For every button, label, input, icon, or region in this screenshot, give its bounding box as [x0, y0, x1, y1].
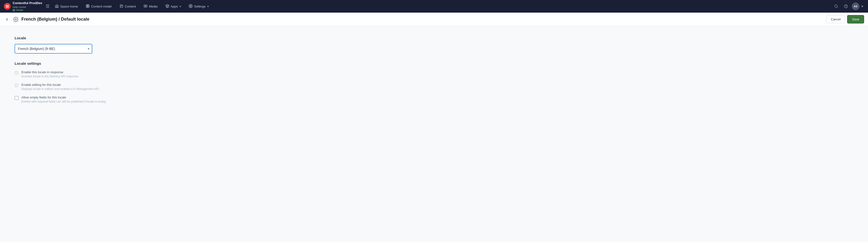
- svg-rect-5: [86, 5, 87, 6]
- setting-item-enable-editing: Enable editing for this locale Displays …: [14, 83, 155, 91]
- page-header: French (Belgium) / Default locale Cancel…: [0, 12, 868, 26]
- content-model-icon: [86, 4, 90, 9]
- setting-item-enable-response: Enable this locale in response Includes …: [14, 70, 155, 78]
- allow-empty-checkbox-wrap: [14, 96, 19, 101]
- locale-select[interactable]: French (Belgium) (fr-BE) English (US) (e…: [14, 44, 92, 54]
- enable-response-text: Enable this locale in response Includes …: [21, 70, 79, 78]
- locale-section-label: Locale: [14, 36, 155, 40]
- svg-point-1: [7, 5, 9, 6]
- enable-response-checkbox-wrap: [14, 71, 19, 76]
- svg-rect-8: [88, 6, 89, 7]
- save-button[interactable]: Save: [847, 15, 864, 24]
- enable-response-title: Enable this locale in response: [21, 70, 79, 74]
- svg-marker-11: [145, 6, 146, 6]
- apps-dropdown-arrow: ▾: [180, 5, 181, 8]
- user-dropdown-arrow[interactable]: ▾: [862, 4, 863, 8]
- enable-editing-text: Enable editing for this locale Displays …: [21, 83, 100, 91]
- locale-settings-section: Locale settings Enable this locale in re…: [14, 61, 155, 103]
- settings-dropdown-arrow: ▾: [208, 5, 209, 8]
- locale-section: Locale French (Belgium) (fr-BE) English …: [14, 36, 155, 54]
- svg-rect-6: [88, 5, 89, 6]
- page-title: French (Belgium) / Default locale: [21, 17, 823, 22]
- apps-icon: [165, 4, 169, 9]
- header-actions: Cancel Save: [826, 15, 864, 24]
- svg-point-3: [7, 6, 9, 8]
- allow-empty-text: Allow empty fields for this locale Entri…: [21, 96, 106, 103]
- enable-response-description: Includes locale in the Delivery API resp…: [21, 75, 79, 78]
- locale-select-wrapper: French (Belgium) (fr-BE) English (US) (e…: [14, 44, 92, 54]
- svg-point-2: [6, 6, 7, 8]
- locale-settings-label: Locale settings: [14, 61, 155, 66]
- nav-item-media[interactable]: Media: [140, 3, 161, 10]
- svg-point-0: [6, 5, 7, 6]
- enable-editing-checkbox[interactable]: [14, 83, 19, 87]
- brand-badge: master: [12, 9, 42, 11]
- brand-area: Contentful ProdDev Help center master: [2, 1, 44, 11]
- nav-item-space-home[interactable]: Space home: [51, 3, 82, 10]
- page-settings-icon: [13, 17, 19, 22]
- nav-item-content-model[interactable]: Content model: [82, 3, 116, 10]
- media-icon: [144, 4, 148, 9]
- setting-item-allow-empty: Allow empty fields for this locale Entri…: [14, 96, 155, 103]
- enable-editing-description: Displays locale to editors and enables i…: [21, 87, 100, 91]
- back-button[interactable]: [4, 16, 10, 23]
- svg-point-16: [15, 19, 17, 20]
- user-avatar[interactable]: AS: [852, 2, 860, 10]
- nav-item-content[interactable]: Content: [116, 3, 140, 10]
- svg-rect-7: [86, 6, 87, 7]
- brand-text: Contentful ProdDev Help center master: [12, 1, 42, 11]
- content-icon: [120, 4, 123, 9]
- nav-item-settings[interactable]: Settings ▾: [185, 3, 213, 10]
- main-content: Locale French (Belgium) (fr-BE) English …: [0, 26, 170, 113]
- brand-name: Contentful ProdDev: [12, 1, 42, 5]
- svg-point-12: [190, 6, 191, 6]
- home-icon: [55, 4, 59, 9]
- allow-empty-title: Allow empty fields for this locale: [21, 96, 106, 99]
- allow-empty-checkbox[interactable]: [14, 96, 19, 100]
- settings-list: Enable this locale in response Includes …: [14, 70, 155, 103]
- brand-help: Help center: [12, 5, 42, 9]
- enable-response-checkbox[interactable]: [14, 71, 19, 75]
- svg-point-13: [835, 5, 837, 7]
- cancel-button[interactable]: Cancel: [826, 15, 845, 23]
- search-button[interactable]: [832, 2, 840, 10]
- allow-empty-description: Entries with required fields can still b…: [21, 100, 106, 103]
- brand-logo: [4, 3, 11, 10]
- nav-right-actions: AS ▾: [832, 2, 866, 10]
- hamburger-button[interactable]: ☰: [44, 2, 51, 10]
- settings-icon: [189, 4, 193, 9]
- enable-editing-title: Enable editing for this locale: [21, 83, 100, 87]
- nav-items: Space home Content model Content Media A…: [51, 3, 832, 10]
- enable-editing-checkbox-wrap: [14, 83, 19, 88]
- top-navigation: Contentful ProdDev Help center master ☰ …: [0, 0, 868, 12]
- nav-item-apps[interactable]: Apps ▾: [161, 3, 185, 10]
- help-button[interactable]: [842, 2, 850, 10]
